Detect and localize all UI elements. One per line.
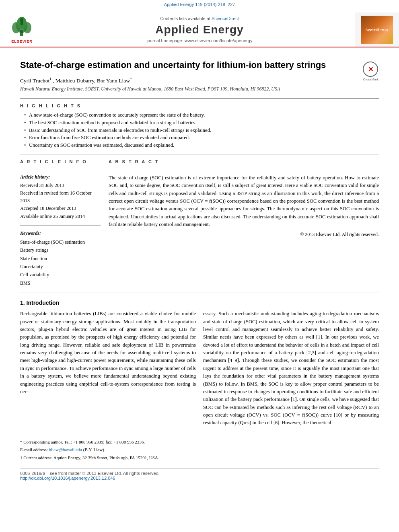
received-date: Received 31 July 2013 (20, 182, 101, 189)
divider-keywords (20, 225, 101, 226)
divider-after-highlights (20, 154, 379, 154)
divider-article-info (20, 169, 101, 169)
doi-line: http://dx.doi.org/10.1016/j.apenergy.201… (20, 476, 379, 481)
journal-header: ELSEVIER Contents lists available at Sci… (0, 9, 399, 47)
affiliation: Hawaii Natural Energy Institute, SOEST, … (20, 86, 379, 92)
revised-date: Received in revised form 16 October 2013 (20, 189, 101, 205)
elsevier-label: ELSEVIER (11, 39, 33, 43)
journal-badge: AppliedEnergy (355, 12, 399, 47)
body-col-right: essary. Such a mechanistic understanding… (203, 310, 379, 430)
history-label: Article history: (20, 174, 101, 180)
highlight-item: Uncertainty on SOC estimation was estima… (24, 142, 379, 149)
highlight-item: Basic understanding of SOC from material… (24, 127, 379, 134)
intro-para1-right: essary. Such a mechanistic understanding… (203, 310, 379, 427)
body-two-col: Rechargeable lithium-ion batteries (LIBs… (20, 310, 379, 430)
abstract-text: The state-of-charge (SOC) estimation is … (109, 174, 379, 229)
bottom-bar: 0306-2619/$ – see front matter © 2013 El… (20, 468, 379, 481)
keyword-item: Cell variability (20, 271, 101, 279)
corresponding-author: * Corresponding author. Tel.: +1 808 956… (20, 439, 379, 446)
author2-3: , Matthieu Dubarry, Bor Yann Liaw (53, 77, 130, 83)
abstract-col: A B S T R A C T The state-of-charge (SOC… (109, 159, 379, 287)
sciencedirect-label: Contents lists available at ScienceDirec… (160, 16, 239, 21)
article-info-label: A R T I C L E I N F O (20, 159, 101, 164)
journal-header-citation: Applied Energy 119 (2014) 218–227 (0, 0, 399, 9)
article-title: State-of-charge estimation and uncertain… (20, 60, 379, 71)
footnotes: * Corresponding author. Tel.: +1 808 956… (20, 436, 379, 462)
highlight-item: Error functions from five SOC estimation… (24, 134, 379, 142)
email-link[interactable]: bliaw@hawaii.edu (49, 447, 82, 452)
highlights-list: A new state-of-charge (SOC) convention t… (20, 111, 379, 149)
elsevier-tree-icon (8, 16, 36, 38)
keywords-label: Keywords: (20, 230, 101, 236)
crossmark-badge: ✕ CrossMark (363, 62, 379, 81)
title-area: ✕ CrossMark State-of-charge estimation a… (20, 60, 379, 71)
highlight-item: A new state-of-charge (SOC) convention t… (24, 111, 379, 119)
article-history: Article history: Received 31 July 2013 R… (20, 174, 101, 220)
abstract-label: A B S T R A C T (109, 159, 379, 164)
email-label: E-mail address: (20, 447, 48, 452)
crossmark-icon: ✕ (363, 62, 378, 77)
footnote1: 1 Current address: Aquion Energy, 32 39t… (20, 454, 379, 462)
copyright-line: © 2013 Elsevier Ltd. All rights reserved… (109, 232, 379, 238)
divider-intro (20, 292, 379, 292)
keyword-item: Battery strings (20, 246, 101, 254)
divider-after-affiliation (20, 98, 379, 99)
doi-link[interactable]: http://dx.doi.org/10.1016/j.apenergy.201… (20, 476, 115, 481)
article-info-col: A R T I C L E I N F O Article history: R… (20, 159, 101, 287)
intro-para1-left: Rechargeable lithium-ion batteries (LIBs… (20, 310, 196, 396)
keyword-item: State-of-charge (SOC) estimation (20, 238, 101, 246)
journal-homepage: journal homepage: www.elsevier.com/locat… (147, 38, 253, 43)
journal-name: Applied Energy (155, 23, 243, 36)
asterisk-sup: * (130, 77, 132, 81)
keyword-item: Uncertainty (20, 263, 101, 271)
applied-energy-badge: AppliedEnergy (361, 16, 393, 44)
elsevier-logo: ELSEVIER (0, 12, 44, 47)
svg-rect-6 (21, 21, 23, 25)
article-info-abstract: A R T I C L E I N F O Article history: R… (20, 159, 379, 287)
divider-abstract (109, 169, 379, 169)
issn-line: 0306-2619/$ – see front matter © 2013 El… (20, 471, 379, 476)
introduction-section: 1. Introduction Rechargeable lithium-ion… (20, 300, 379, 430)
keywords-list: State-of-charge (SOC) estimation Battery… (20, 238, 101, 287)
journal-center: Contents lists available at ScienceDirec… (44, 12, 355, 47)
svg-point-5 (20, 18, 23, 21)
intro-header: 1. Introduction (20, 300, 379, 306)
highlights-header: H I G H L I G H T S (20, 103, 379, 108)
sciencedirect-link[interactable]: ScienceDirect (212, 16, 239, 21)
badge-text: AppliedEnergy (366, 28, 388, 32)
email-suffix: (B.Y. Liaw). (83, 447, 105, 452)
body-col-left: Rechargeable lithium-ion batteries (LIBs… (20, 310, 196, 430)
author1: Cyril Truchot (20, 77, 49, 83)
email-line: E-mail address: bliaw@hawaii.edu (B.Y. L… (20, 446, 379, 454)
keyword-item: BMS (20, 279, 101, 287)
authors: Cyril Truchot1 , Matthieu Dubarry, Bor Y… (20, 77, 379, 84)
available-date: Available online 25 January 2014 (20, 213, 101, 220)
accepted-date: Accepted 18 December 2013 (20, 205, 101, 212)
author1-sup: 1 (49, 77, 51, 81)
highlight-item: The best SOC estimation method is propos… (24, 119, 379, 127)
keyword-item: State function (20, 255, 101, 263)
main-content: ✕ CrossMark State-of-charge estimation a… (0, 47, 399, 489)
